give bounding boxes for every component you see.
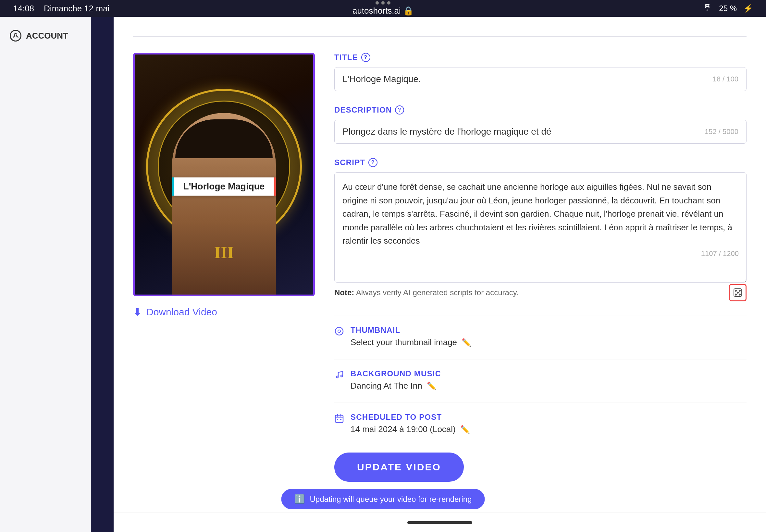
account-icon [10,30,21,42]
music-content: BACKGROUND MUSIC Dancing At The Inn ✏️ [350,369,747,391]
account-label: ACCOUNT [26,31,68,41]
info-icon: ℹ️ [294,494,305,504]
description-counter: 152 / 5000 [705,127,738,136]
schedule-content: SCHEDULED TO POST 14 mai 2024 à 19:00 (L… [350,413,747,434]
video-title-overlay: L'Horloge Magique [172,177,276,196]
status-time: 14:08 [13,4,34,14]
home-indicator [407,521,472,524]
description-input-wrapper: 152 / 5000 [334,120,747,144]
roman-numerals: III [214,243,234,262]
wifi-icon [702,4,712,13]
note-label: Note: [334,288,354,297]
top-divider [133,36,747,37]
battery-icon: ⚡ [743,4,753,13]
script-field-group: SCRIPT ? Au cœur d'une forêt dense, se c… [334,158,747,301]
update-video-button[interactable]: UPDATE VIDEO [334,453,464,482]
svg-point-2 [735,290,736,291]
main-content: L'Horloge Magique III ⬇ Download Video T… [114,17,766,532]
svg-point-9 [338,330,340,332]
script-label: SCRIPT ? [334,158,747,167]
content-grid: L'Horloge Magique III ⬇ Download Video T… [133,53,747,482]
thumbnail-value[interactable]: Select your thumbnail image ✏️ [350,337,747,347]
svg-rect-14 [340,419,341,420]
thumbnail-icon [334,326,344,338]
description-label: DESCRIPTION ? [334,105,747,115]
schedule-section: SCHEDULED TO POST 14 mai 2024 à 19:00 (L… [334,403,747,434]
note-container: Note: Always verify AI generated scripts… [334,284,747,301]
note-value: Always verify AI generated scripts for a… [356,288,519,297]
music-value[interactable]: Dancing At The Inn ✏️ [350,381,747,391]
download-icon: ⬇ [133,306,142,318]
update-note-text: Updating will queue your video for re-re… [310,495,472,504]
video-panel: L'Horloge Magique III ⬇ Download Video [133,53,315,318]
svg-point-6 [739,294,740,295]
svg-point-4 [737,292,738,293]
script-help-icon[interactable]: ? [368,158,377,167]
video-thumbnail: L'Horloge Magique III [133,53,315,296]
description-help-icon[interactable]: ? [395,105,404,115]
status-url: autoshorts.ai 🔒 [352,6,414,16]
svg-rect-12 [335,415,343,422]
title-field-group: TITLE ? 18 / 100 [334,53,747,91]
music-icon [334,370,344,382]
schedule-label: SCHEDULED TO POST [350,413,747,422]
title-input-wrapper: 18 / 100 [334,67,747,91]
svg-point-0 [14,33,17,36]
thumbnail-label: THUMBNAIL [350,326,747,335]
svg-point-10 [336,376,338,378]
svg-point-11 [341,375,343,377]
svg-point-3 [739,290,740,291]
description-field-group: DESCRIPTION ? 152 / 5000 [334,105,747,144]
status-bar: 14:08 Dimanche 12 mai autoshorts.ai 🔒 25… [0,0,766,17]
status-date: Dimanche 12 mai [44,4,109,14]
thumbnail-edit-icon[interactable]: ✏️ [462,338,471,347]
svg-rect-13 [337,419,338,420]
schedule-icon [334,413,344,425]
script-textarea[interactable]: Au cœur d'une forêt dense, se cachait un… [334,172,747,283]
schedule-value[interactable]: 14 mai 2024 à 19:00 (Local) ✏️ [350,424,747,434]
description-input[interactable] [342,127,698,137]
svg-point-5 [735,294,736,295]
dice-button[interactable] [729,284,747,301]
nav-panel [91,17,114,532]
face-overlay [172,113,276,295]
music-edit-icon[interactable]: ✏️ [427,381,437,391]
account-nav[interactable]: ACCOUNT [6,27,84,45]
form-panel: TITLE ? 18 / 100 DESCRIPTION ? [334,53,747,482]
title-counter: 18 / 100 [712,75,738,83]
music-section: BACKGROUND MUSIC Dancing At The Inn ✏️ [334,359,747,391]
update-note-bar: ℹ️ Updating will queue your video for re… [281,489,485,509]
title-help-icon[interactable]: ? [361,53,370,62]
script-container: Au cœur d'une forêt dense, se cachait un… [334,172,747,284]
bottom-bar [114,513,766,532]
music-label: BACKGROUND MUSIC [350,369,747,378]
thumbnail-section: THUMBNAIL Select your thumbnail image ✏️ [334,316,747,347]
battery-text: 25 % [719,4,737,13]
sidebar: ACCOUNT [0,17,91,532]
thumbnail-content: THUMBNAIL Select your thumbnail image ✏️ [350,326,747,347]
schedule-edit-icon[interactable]: ✏️ [460,425,470,434]
title-input[interactable] [342,74,706,84]
download-video-button[interactable]: ⬇ Download Video [133,306,217,318]
title-label: TITLE ? [334,53,747,62]
